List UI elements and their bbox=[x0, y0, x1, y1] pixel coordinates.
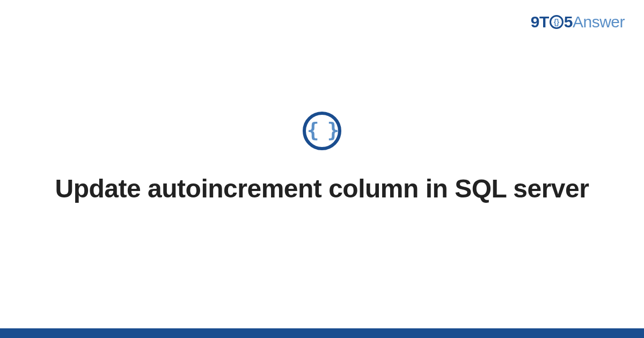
code-braces-icon: { } bbox=[303, 112, 341, 150]
footer-bar bbox=[0, 328, 644, 338]
page-title: Update autoincrement column in SQL serve… bbox=[55, 173, 589, 205]
main-content: { } Update autoincrement column in SQL s… bbox=[0, 0, 644, 338]
